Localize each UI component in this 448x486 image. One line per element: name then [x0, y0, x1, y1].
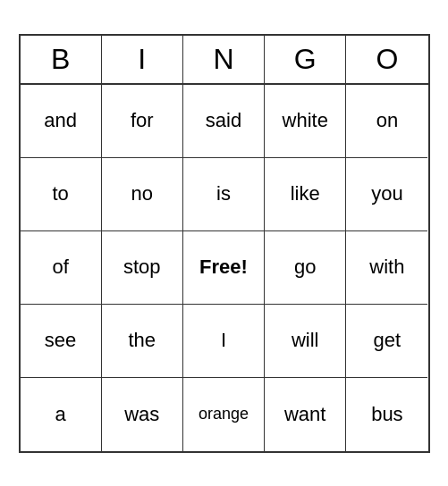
cell-7: is — [183, 158, 265, 231]
cell-24: bus — [346, 378, 427, 451]
header-o: O — [346, 36, 427, 83]
cell-10: of — [21, 231, 102, 305]
cell-5: to — [21, 158, 102, 231]
header-g: G — [265, 36, 346, 83]
cell-8: like — [265, 158, 346, 231]
cell-21: was — [102, 378, 183, 451]
cell-18: will — [265, 305, 346, 378]
header-i: I — [102, 36, 183, 83]
cell-0: and — [21, 85, 102, 158]
free-space: Free! — [183, 231, 265, 305]
bingo-grid: and for said white on to no is like you … — [21, 85, 428, 451]
cell-16: the — [102, 305, 183, 378]
cell-15: see — [21, 305, 102, 378]
bingo-card: B I N G O and for said white on to no is… — [19, 34, 430, 453]
cell-11: stop — [102, 231, 183, 305]
cell-20: a — [21, 378, 102, 451]
cell-14: with — [346, 231, 427, 305]
header-n: N — [183, 36, 265, 83]
cell-6: no — [102, 158, 183, 231]
cell-1: for — [102, 85, 183, 158]
cell-22: orange — [183, 378, 265, 451]
bingo-header: B I N G O — [21, 36, 428, 85]
cell-2: said — [183, 85, 265, 158]
cell-4: on — [346, 85, 427, 158]
cell-19: get — [346, 305, 427, 378]
cell-9: you — [346, 158, 427, 231]
cell-23: want — [265, 378, 346, 451]
header-b: B — [21, 36, 102, 83]
cell-13: go — [265, 231, 346, 305]
cell-3: white — [265, 85, 346, 158]
cell-17: I — [183, 305, 265, 378]
